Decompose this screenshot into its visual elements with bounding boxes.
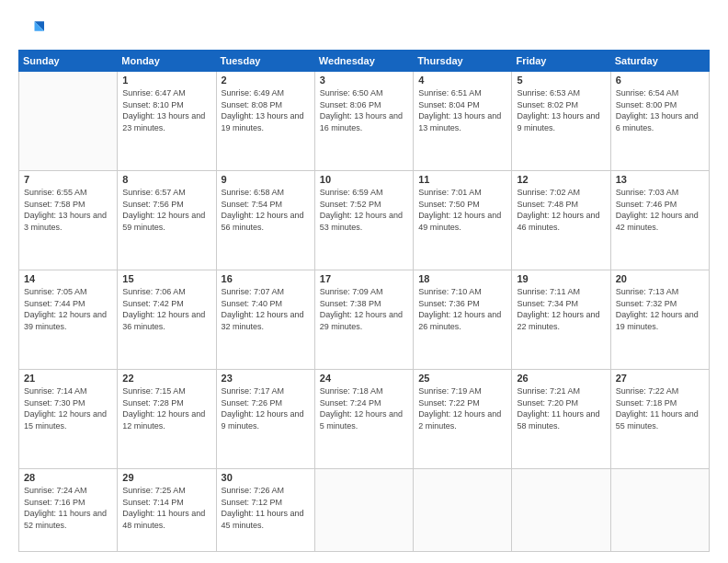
calendar-cell: 16Sunrise: 7:07 AMSunset: 7:40 PMDayligh… [216, 270, 314, 370]
calendar-cell [610, 469, 709, 552]
calendar-cell: 28Sunrise: 7:24 AMSunset: 7:16 PMDayligh… [19, 469, 118, 552]
cell-info: Sunrise: 7:05 AMSunset: 7:44 PMDaylight:… [24, 286, 112, 332]
day-number: 23 [222, 373, 310, 384]
cell-info: Sunrise: 7:10 AMSunset: 7:36 PMDaylight:… [418, 286, 506, 332]
day-number: 19 [517, 273, 605, 284]
calendar-cell: 15Sunrise: 7:06 AMSunset: 7:42 PMDayligh… [118, 270, 216, 370]
cell-info: Sunrise: 6:49 AMSunset: 8:08 PMDaylight:… [222, 87, 310, 133]
cell-info: Sunrise: 6:51 AMSunset: 8:04 PMDaylight:… [418, 87, 506, 133]
header [18, 17, 710, 42]
calendar-cell [414, 469, 512, 552]
weekday-header-friday: Friday [512, 51, 610, 72]
day-number: 26 [517, 373, 605, 384]
calendar-cell: 24Sunrise: 7:18 AMSunset: 7:24 PMDayligh… [314, 370, 413, 469]
logo-icon [18, 17, 44, 42]
calendar-cell: 14Sunrise: 7:05 AMSunset: 7:44 PMDayligh… [19, 270, 118, 370]
calendar-cell: 10Sunrise: 6:59 AMSunset: 7:52 PMDayligh… [314, 171, 413, 270]
calendar-week-row: 21Sunrise: 7:14 AMSunset: 7:30 PMDayligh… [19, 370, 710, 469]
cell-info: Sunrise: 7:24 AMSunset: 7:16 PMDaylight:… [24, 485, 112, 531]
day-number: 18 [418, 273, 506, 284]
weekday-header-wednesday: Wednesday [314, 51, 413, 72]
cell-info: Sunrise: 6:57 AMSunset: 7:56 PMDaylight:… [122, 187, 210, 233]
day-number: 22 [122, 373, 210, 384]
cell-info: Sunrise: 7:15 AMSunset: 7:28 PMDaylight:… [122, 385, 210, 431]
calendar-cell: 1Sunrise: 6:47 AMSunset: 8:10 PMDaylight… [118, 72, 216, 171]
calendar-cell: 19Sunrise: 7:11 AMSunset: 7:34 PMDayligh… [512, 270, 610, 370]
calendar-cell: 9Sunrise: 6:58 AMSunset: 7:54 PMDaylight… [216, 171, 314, 270]
calendar-cell [19, 72, 118, 171]
day-number: 6 [616, 75, 704, 86]
day-number: 14 [24, 273, 112, 284]
cell-info: Sunrise: 7:21 AMSunset: 7:20 PMDaylight:… [517, 385, 605, 431]
calendar-week-row: 28Sunrise: 7:24 AMSunset: 7:16 PMDayligh… [19, 469, 710, 552]
cell-info: Sunrise: 7:22 AMSunset: 7:18 PMDaylight:… [616, 385, 704, 431]
weekday-header-monday: Monday [118, 51, 216, 72]
calendar-cell: 27Sunrise: 7:22 AMSunset: 7:18 PMDayligh… [610, 370, 709, 469]
calendar-cell: 21Sunrise: 7:14 AMSunset: 7:30 PMDayligh… [19, 370, 118, 469]
day-number: 24 [320, 373, 408, 384]
calendar-cell: 2Sunrise: 6:49 AMSunset: 8:08 PMDaylight… [216, 72, 314, 171]
calendar-cell: 3Sunrise: 6:50 AMSunset: 8:06 PMDaylight… [314, 72, 413, 171]
day-number: 27 [616, 373, 704, 384]
cell-info: Sunrise: 7:03 AMSunset: 7:46 PMDaylight:… [616, 187, 704, 233]
day-number: 8 [122, 174, 210, 185]
calendar-cell: 7Sunrise: 6:55 AMSunset: 7:58 PMDaylight… [19, 171, 118, 270]
cell-info: Sunrise: 6:53 AMSunset: 8:02 PMDaylight:… [517, 87, 605, 133]
day-number: 29 [122, 472, 210, 483]
day-number: 15 [122, 273, 210, 284]
cell-info: Sunrise: 6:59 AMSunset: 7:52 PMDaylight:… [320, 187, 408, 233]
cell-info: Sunrise: 7:14 AMSunset: 7:30 PMDaylight:… [24, 385, 112, 431]
calendar-week-row: 1Sunrise: 6:47 AMSunset: 8:10 PMDaylight… [19, 72, 710, 171]
day-number: 17 [320, 273, 408, 284]
day-number: 11 [418, 174, 506, 185]
cell-info: Sunrise: 7:25 AMSunset: 7:14 PMDaylight:… [122, 485, 210, 531]
calendar-cell [512, 469, 610, 552]
day-number: 25 [418, 373, 506, 384]
day-number: 5 [517, 75, 605, 86]
calendar-cell: 17Sunrise: 7:09 AMSunset: 7:38 PMDayligh… [314, 270, 413, 370]
weekday-header-sunday: Sunday [19, 51, 118, 72]
day-number: 12 [517, 174, 605, 185]
cell-info: Sunrise: 7:26 AMSunset: 7:12 PMDaylight:… [222, 485, 310, 531]
calendar-cell: 11Sunrise: 7:01 AMSunset: 7:50 PMDayligh… [414, 171, 512, 270]
day-number: 3 [320, 75, 408, 86]
calendar-week-row: 7Sunrise: 6:55 AMSunset: 7:58 PMDaylight… [19, 171, 710, 270]
day-number: 13 [616, 174, 704, 185]
cell-info: Sunrise: 7:18 AMSunset: 7:24 PMDaylight:… [320, 385, 408, 431]
calendar-table: SundayMondayTuesdayWednesdayThursdayFrid… [18, 50, 710, 552]
calendar-cell: 25Sunrise: 7:19 AMSunset: 7:22 PMDayligh… [414, 370, 512, 469]
day-number: 1 [122, 75, 210, 86]
calendar-cell: 30Sunrise: 7:26 AMSunset: 7:12 PMDayligh… [216, 469, 314, 552]
weekday-header-saturday: Saturday [610, 51, 709, 72]
day-number: 20 [616, 273, 704, 284]
weekday-header-tuesday: Tuesday [216, 51, 314, 72]
calendar-week-row: 14Sunrise: 7:05 AMSunset: 7:44 PMDayligh… [19, 270, 710, 370]
day-number: 21 [24, 373, 112, 384]
cell-info: Sunrise: 7:02 AMSunset: 7:48 PMDaylight:… [517, 187, 605, 233]
calendar-cell: 23Sunrise: 7:17 AMSunset: 7:26 PMDayligh… [216, 370, 314, 469]
calendar-cell: 5Sunrise: 6:53 AMSunset: 8:02 PMDaylight… [512, 72, 610, 171]
calendar-cell [314, 469, 413, 552]
cell-info: Sunrise: 6:47 AMSunset: 8:10 PMDaylight:… [122, 87, 210, 133]
day-number: 7 [24, 174, 112, 185]
cell-info: Sunrise: 6:55 AMSunset: 7:58 PMDaylight:… [24, 187, 112, 233]
day-number: 9 [222, 174, 310, 185]
cell-info: Sunrise: 7:19 AMSunset: 7:22 PMDaylight:… [418, 385, 506, 431]
logo [18, 17, 48, 42]
day-number: 10 [320, 174, 408, 185]
cell-info: Sunrise: 6:50 AMSunset: 8:06 PMDaylight:… [320, 87, 408, 133]
calendar-cell: 20Sunrise: 7:13 AMSunset: 7:32 PMDayligh… [610, 270, 709, 370]
day-number: 30 [222, 472, 310, 483]
calendar-cell: 29Sunrise: 7:25 AMSunset: 7:14 PMDayligh… [118, 469, 216, 552]
calendar-cell: 8Sunrise: 6:57 AMSunset: 7:56 PMDaylight… [118, 171, 216, 270]
cell-info: Sunrise: 7:01 AMSunset: 7:50 PMDaylight:… [418, 187, 506, 233]
day-number: 2 [222, 75, 310, 86]
calendar-cell: 6Sunrise: 6:54 AMSunset: 8:00 PMDaylight… [610, 72, 709, 171]
calendar-cell: 22Sunrise: 7:15 AMSunset: 7:28 PMDayligh… [118, 370, 216, 469]
cell-info: Sunrise: 7:07 AMSunset: 7:40 PMDaylight:… [222, 286, 310, 332]
cell-info: Sunrise: 7:17 AMSunset: 7:26 PMDaylight:… [222, 385, 310, 431]
day-number: 28 [24, 472, 112, 483]
cell-info: Sunrise: 7:09 AMSunset: 7:38 PMDaylight:… [320, 286, 408, 332]
calendar-cell: 12Sunrise: 7:02 AMSunset: 7:48 PMDayligh… [512, 171, 610, 270]
calendar-cell: 18Sunrise: 7:10 AMSunset: 7:36 PMDayligh… [414, 270, 512, 370]
